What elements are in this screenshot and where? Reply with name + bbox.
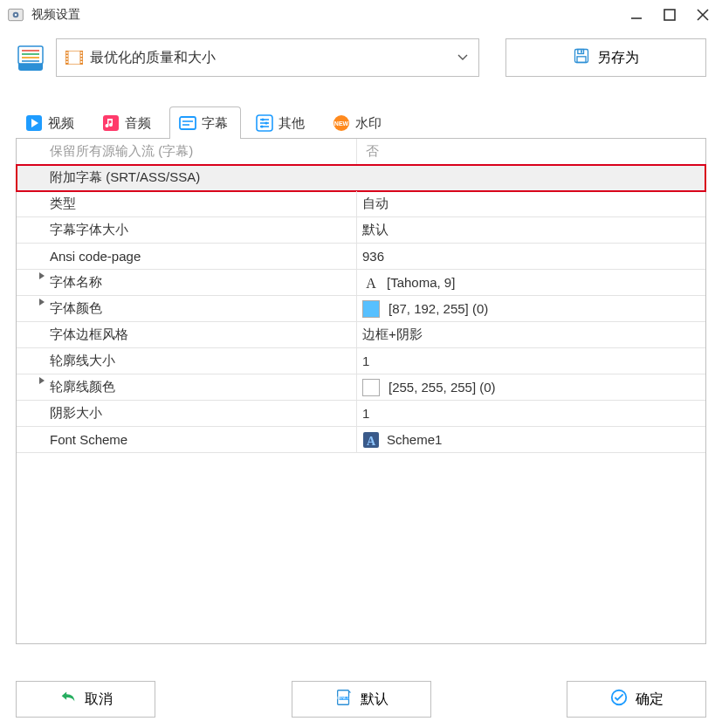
- undo-icon: [58, 688, 78, 711]
- row-value-text: [255, 255, 255] (0): [389, 380, 496, 395]
- sliders-icon: [256, 114, 273, 132]
- expand-icon[interactable]: [36, 270, 48, 282]
- tab-subtitle[interactable]: 字幕: [169, 106, 241, 139]
- table-row[interactable]: 字体边框风格边框+阴影: [17, 322, 705, 348]
- row-value-text: 1: [362, 406, 369, 421]
- svg-point-38: [260, 125, 263, 127]
- row-value[interactable]: 边框+阴影: [357, 322, 705, 347]
- svg-point-34: [261, 118, 264, 120]
- svg-rect-22: [80, 61, 82, 63]
- default-icon: DEFAULT: [334, 688, 354, 711]
- subtitle-icon: [179, 114, 196, 132]
- row-value-text: 自动: [362, 196, 389, 212]
- row-value-text: Scheme1: [387, 432, 442, 447]
- ok-button[interactable]: 确定: [567, 681, 706, 718]
- table-row[interactable]: 类型自动: [17, 191, 705, 217]
- tab-video[interactable]: 视频: [16, 106, 87, 139]
- svg-text:A: A: [366, 276, 376, 291]
- row-value[interactable]: 1: [357, 348, 705, 374]
- table-row[interactable]: 字体名称A[Tahoma, 9]: [17, 270, 705, 296]
- svg-rect-4: [664, 10, 675, 20]
- save-as-button[interactable]: 另存为: [505, 38, 706, 77]
- svg-rect-17: [66, 58, 68, 60]
- row-label: 字体名称: [17, 270, 357, 295]
- svg-rect-28: [103, 115, 119, 131]
- row-value[interactable]: A[Tahoma, 9]: [357, 270, 705, 295]
- row-value[interactable]: [255, 255, 255] (0): [357, 374, 705, 400]
- save-icon: [573, 47, 590, 68]
- svg-rect-29: [180, 117, 196, 129]
- tab-watermark-label: 水印: [355, 115, 382, 132]
- tab-audio-label: 音频: [125, 115, 151, 132]
- row-label: Font Scheme: [17, 427, 357, 452]
- svg-rect-19: [80, 52, 82, 54]
- svg-rect-21: [80, 58, 82, 60]
- row-value-text: [Tahoma, 9]: [387, 275, 455, 290]
- table-header: 保留所有源输入流 (字幕) 否: [17, 139, 705, 165]
- row-value-text: [87, 192, 255] (0): [389, 301, 488, 316]
- window-controls: [624, 4, 715, 25]
- svg-point-36: [265, 121, 267, 124]
- svg-text:A: A: [367, 435, 376, 448]
- svg-rect-24: [578, 50, 584, 54]
- cancel-button[interactable]: 取消: [16, 681, 155, 718]
- row-value[interactable]: [357, 165, 705, 190]
- header-label: 保留所有源输入流 (字幕): [17, 139, 357, 164]
- row-value[interactable]: [87, 192, 255] (0): [357, 296, 705, 321]
- table-row[interactable]: 轮廓线大小1: [17, 348, 705, 374]
- expand-icon[interactable]: [36, 296, 48, 308]
- maximize-button[interactable]: [657, 4, 682, 25]
- tab-other[interactable]: 其他: [246, 106, 318, 139]
- row-value-text: 936: [362, 249, 384, 264]
- row-value[interactable]: 936: [357, 244, 705, 269]
- row-value[interactable]: 默认: [357, 217, 705, 243]
- row-value-text: 默认: [362, 222, 389, 238]
- svg-rect-20: [80, 55, 82, 57]
- row-value[interactable]: 1: [357, 401, 705, 426]
- tab-video-label: 视频: [48, 115, 74, 132]
- save-as-label: 另存为: [597, 49, 639, 67]
- row-value[interactable]: AScheme1: [357, 427, 705, 452]
- tab-audio[interactable]: 音频: [93, 106, 164, 139]
- row-value-text: 1: [362, 354, 369, 368]
- play-icon: [25, 114, 43, 132]
- window-title: 视频设置: [31, 7, 80, 23]
- music-icon: [102, 114, 120, 132]
- cancel-label: 取消: [85, 690, 113, 709]
- row-label: 轮廓线大小: [17, 348, 357, 374]
- table-row[interactable]: 附加字幕 (SRT/ASS/SSA): [17, 165, 705, 191]
- expand-icon[interactable]: [36, 374, 48, 387]
- table-row[interactable]: Ansi code-page936: [17, 244, 705, 270]
- color-swatch: [362, 379, 380, 396]
- table-row[interactable]: 字体颜色[87, 192, 255] (0): [17, 296, 705, 322]
- ok-label: 确定: [636, 690, 664, 709]
- row-value[interactable]: 自动: [357, 191, 705, 216]
- svg-text:NEW: NEW: [334, 120, 349, 127]
- new-badge-icon: NEW: [333, 114, 350, 132]
- row-label: 阴影大小: [17, 401, 357, 426]
- tab-watermark[interactable]: NEW 水印: [323, 106, 395, 139]
- row-label: 附加字幕 (SRT/ASS/SSA): [17, 165, 357, 190]
- table-row[interactable]: 阴影大小1: [17, 401, 705, 427]
- row-label: 类型: [17, 191, 357, 216]
- titlebar: 视频设置: [0, 0, 722, 30]
- row-label: Ansi code-page: [17, 244, 357, 269]
- row-label: 字体边框风格: [17, 322, 357, 347]
- svg-rect-26: [581, 50, 582, 52]
- profile-select[interactable]: 最优化的质量和大小: [56, 38, 479, 77]
- settings-table: 保留所有源输入流 (字幕) 否 附加字幕 (SRT/ASS/SSA)类型自动字幕…: [16, 138, 706, 644]
- row-value-text: 边框+阴影: [362, 326, 423, 343]
- color-swatch: [362, 300, 380, 318]
- archive-icon: [16, 43, 45, 72]
- app-icon: [7, 6, 24, 24]
- table-row[interactable]: 字幕字体大小默认: [17, 217, 705, 244]
- table-row[interactable]: Font SchemeAScheme1: [17, 427, 705, 453]
- default-button[interactable]: DEFAULT 默认: [292, 681, 431, 718]
- table-row[interactable]: 轮廓线颜色[255, 255, 255] (0): [17, 374, 705, 401]
- minimize-button[interactable]: [624, 4, 649, 25]
- svg-rect-25: [577, 57, 586, 63]
- close-button[interactable]: [691, 4, 715, 25]
- tabstrip: 视频 音频 字幕 其他 NEW 水印: [0, 106, 722, 139]
- scheme-a-icon: A: [362, 431, 380, 449]
- header-value: 否: [357, 139, 705, 164]
